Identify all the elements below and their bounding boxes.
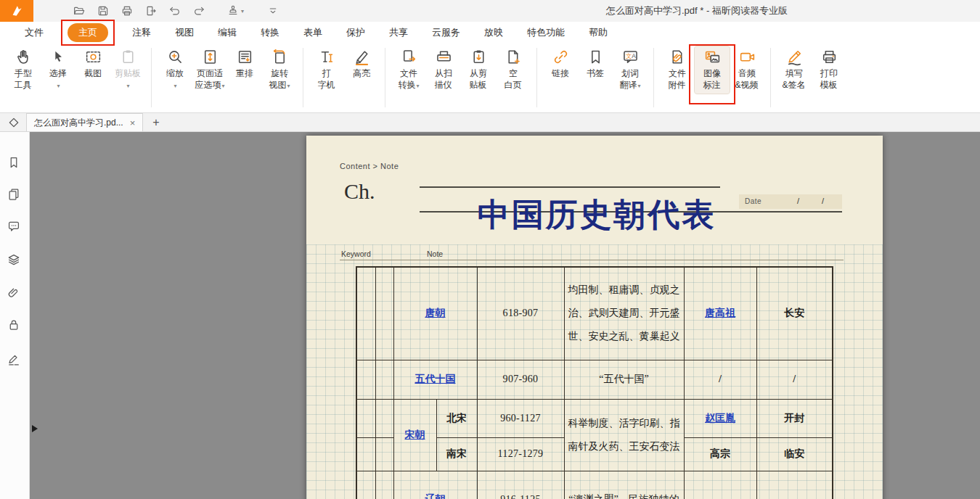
sidebar-comments-button[interactable] [7,219,21,234]
ribbon-button-from-clipboard[interactable]: 从剪 贴板 [461,46,496,94]
margin-cell [375,399,393,437]
margin-cell [375,360,393,399]
table-cell-years: 916-1125 [477,471,564,499]
ribbon-button-audio-video[interactable]: 音频 &视频 [730,46,764,94]
page-fit-icon [201,48,219,66]
ribbon-button-zoom[interactable]: 缩放 ▾ [158,46,192,94]
ribbon-button-fill-sign[interactable]: 填写 &签名 [777,46,812,94]
menu-tab-help[interactable]: 帮助 [589,26,608,39]
ribbon-button-highlight[interactable]: 高亮 [344,46,379,94]
from-clipboard-icon [470,48,488,66]
menu-tab-share[interactable]: 共享 [389,26,408,39]
app-window: { "colors": {"accent": "#f08519", "link_… [0,0,980,499]
table-cell-note: 均田制、租庸调、贞观之治、武则天建周、开元盛世、安史之乱、黄巢起义 [564,267,684,360]
hand-tool-icon [15,48,33,66]
ribbon-button-reflow[interactable]: 重排 [227,46,262,94]
document-tabstrip: 怎么面对高中学习.pd... × + [0,113,980,132]
ribbon-button-image-annotation[interactable]: 图像 标注 [695,46,730,94]
table-cell-capital: 长安 [756,267,833,360]
note-label: Note [427,249,443,258]
table-cell-person: 唐高祖 [684,267,756,360]
dynasty-link[interactable]: 宋朝 [405,429,425,440]
menu-tab-form[interactable]: 表单 [303,26,322,39]
margin-cell [375,267,393,360]
ribbon-button-file-attachment[interactable]: 文件 附件 [660,46,695,94]
table-cell-subdynasty: 北宋 [436,399,477,437]
sidebar-security-button[interactable] [7,318,21,332]
edit-tools-button[interactable] [7,115,21,130]
new-tab-button[interactable]: + [152,117,159,128]
pages-panel-icon [7,187,21,202]
dynasty-link[interactable]: 辽朝 [425,494,446,499]
ribbon-button-typewriter[interactable]: 打 字机 [309,46,344,94]
ribbon-button-from-scanner[interactable]: 从扫 描仪 [426,46,461,94]
menu-tab-protect[interactable]: 保护 [346,26,365,39]
menubar: 文件 主页 注释 视图 编辑 转换 表单 保护 共享 云服务 放映 特色功能 帮… [0,22,980,44]
menu-tab-features[interactable]: 特色功能 [527,26,565,39]
rotate-view-icon [271,48,289,66]
ribbon-button-page-fit[interactable]: 页面适 应选项▾ [192,46,227,94]
person-link[interactable]: 唐高祖 [705,308,735,318]
zoom-icon [166,48,184,66]
reflow-icon [236,48,254,66]
redo-button[interactable] [192,4,205,17]
page-title: 中国历史朝代表 [437,194,756,236]
export-button[interactable] [144,4,158,17]
customize-toolbar-button[interactable] [266,4,279,17]
sidebar-expand-handle[interactable] [32,425,38,432]
undo-button[interactable] [168,4,181,17]
menu-tab-file[interactable]: 文件 [25,26,44,39]
table-row: 辽朝 916-1125 “澶渊之盟”、民族独特的 [356,471,833,499]
ribbon-button-word-translate[interactable]: 划词 翻译▾ [613,46,648,94]
menu-tab-present[interactable]: 放映 [484,26,503,39]
pdf-page: Content > Note Ch. Date / / 中国历史朝代表 Keyw… [306,136,883,499]
document-tab[interactable]: 怎么面对高中学习.pd... × [26,113,143,131]
table-cell-dynasty: 宋朝 [393,399,436,471]
fill-sign-icon [785,48,804,66]
print-button[interactable] [121,4,134,17]
dynasty-link[interactable]: 唐朝 [425,308,446,318]
menu-tab-comment[interactable]: 注释 [132,26,151,39]
dynasty-link[interactable]: 五代十国 [415,374,456,384]
table-cell-note: “澶渊之盟”、民族独特的 [564,471,684,499]
menu-tab-home[interactable]: 主页 [68,23,108,42]
save-button[interactable] [97,4,110,17]
sidebar-pages-button[interactable] [7,187,21,202]
open-folder-button[interactable] [73,4,86,17]
sidebar-attachments-button[interactable] [7,286,21,300]
ribbon-button-blank-page[interactable]: 空 白页 [496,46,531,94]
blank-page-icon [505,48,523,66]
sidebar-bookmarks-button[interactable] [7,155,21,170]
tab-close-button[interactable]: × [130,118,136,128]
menu-tab-convert[interactable]: 转换 [261,26,279,39]
table-cell-capital [756,471,833,499]
ribbon-separator [770,48,771,107]
ribbon-button-link[interactable]: 链接 [543,46,578,94]
person-link[interactable]: 赵匡胤 [705,413,735,424]
table-cell-dynasty: 辽朝 [393,471,477,499]
ribbon-button-file-convert[interactable]: 文件 转换▾ [391,46,426,94]
table-row: 宋朝 北宋 960-1127 科举制度、活字印刷、指南针及火药、王安石变法 赵匡… [356,399,833,437]
sidebar-layers-button[interactable] [7,252,21,267]
keyword-label: Keyword [341,249,371,258]
ribbon-button-bookmark[interactable]: 书签 [578,46,613,94]
ribbon-separator [303,48,303,107]
ribbon-button-print-template[interactable]: 打印 模板 [812,46,846,94]
file-attachment-icon [669,48,687,66]
bookmarks-panel-icon [7,155,21,170]
foxit-logo[interactable] [0,0,33,22]
ribbon-button-hand-tool[interactable]: 手型 工具 [6,46,41,94]
ribbon-button-select[interactable]: 选择 ▾ [41,46,75,94]
table-row: 五代十国 907-960 “五代十国” / / [356,360,833,399]
menu-tab-view[interactable]: 视图 [175,26,194,39]
foxit-logo-icon [9,4,24,18]
ribbon-button-snapshot[interactable]: 截图 [75,46,110,94]
document-canvas[interactable]: Content > Note Ch. Date / / 中国历史朝代表 Keyw… [30,132,980,499]
menu-tab-cloud[interactable]: 云服务 [432,26,460,39]
stamp-dropdown-arrow[interactable]: ▾ [241,8,244,15]
sidebar-signature-button[interactable] [7,352,21,367]
table-cell-capital: 临安 [756,437,833,471]
stamp-tool-button[interactable]: ▾ [226,4,244,17]
menu-tab-edit[interactable]: 编辑 [218,26,237,39]
ribbon-button-rotate-view[interactable]: 旋转 视图▾ [262,46,297,94]
